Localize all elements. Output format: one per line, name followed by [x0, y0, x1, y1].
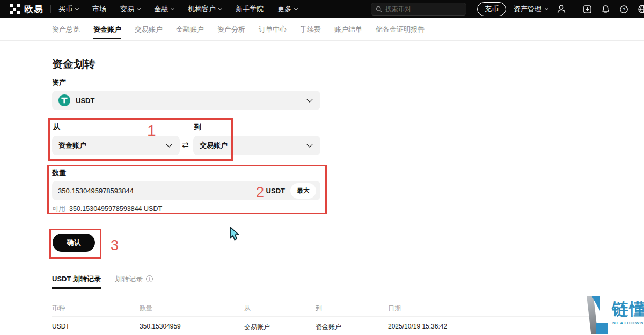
amount-label: 数量: [52, 168, 66, 178]
tab-assets-overview[interactable]: 资产总览: [52, 18, 80, 41]
chevron-down-icon: [218, 6, 222, 10]
tab-account-statement[interactable]: 账户结单: [334, 18, 362, 41]
search-box[interactable]: [371, 3, 466, 16]
menu-institutional[interactable]: 机构客户: [188, 4, 222, 14]
max-button[interactable]: 最大: [290, 183, 316, 199]
icons-divider: [574, 5, 574, 13]
available-balance: 可用350.1530495978593844 USDT: [52, 205, 162, 214]
tab-proof-of-reserves[interactable]: 储备金证明报告: [376, 18, 425, 41]
swap-direction-button[interactable]: ⇄: [182, 140, 189, 150]
tab-asset-analysis[interactable]: 资产分析: [217, 18, 245, 41]
table-divider: [52, 316, 592, 317]
to-account-value: 交易账户: [200, 141, 228, 150]
chevron-down-icon: [545, 6, 548, 10]
chevron-down-icon: [294, 6, 298, 10]
chevron-down-icon: [171, 6, 174, 10]
to-account-select[interactable]: 交易账户: [193, 136, 320, 155]
mouse-cursor-icon: [228, 226, 240, 242]
column-header-coin: 币种: [52, 304, 65, 313]
menu-academy[interactable]: 新手学院: [236, 4, 264, 14]
brand-name[interactable]: 欧易: [24, 3, 43, 16]
svg-text:?: ?: [623, 6, 625, 12]
row-cell-amount: 350.15304959: [140, 323, 181, 330]
usdt-coin-icon: [58, 94, 70, 106]
available-label: 可用: [52, 205, 65, 213]
row-cell-from: 交易账户: [244, 323, 270, 332]
tab-all-transfer-records[interactable]: 划转记录 i: [115, 270, 153, 288]
column-header-to: 到: [316, 304, 322, 313]
amount-input[interactable]: [58, 187, 266, 195]
tab-usdt-transfer-records[interactable]: USDT 划转记录: [52, 270, 101, 288]
asset-select-value: USDT: [76, 97, 94, 105]
column-header-amount: 数量: [140, 304, 152, 313]
watermark: 链懂 NEATDOWN.COM: [580, 296, 644, 335]
menu-trade[interactable]: 交易: [120, 4, 140, 14]
annotation-number-3: 3: [111, 237, 119, 254]
main-menu: 买币 市场 交易 金融 机构客户 新手学院 更多: [58, 4, 297, 14]
okx-transfer-page: 欧易 买币 市场 交易 金融 机构客户 新手学院 更多 充币 资产管理: [0, 0, 644, 335]
profile-icon[interactable]: [556, 4, 567, 14]
tab-finance-account[interactable]: 金融账户: [176, 18, 204, 41]
watermark-site: NEATDOWN.COM: [612, 321, 644, 325]
tab-order-center[interactable]: 订单中心: [259, 18, 287, 41]
chevron-down-icon: [306, 141, 312, 147]
language-globe-icon[interactable]: [637, 4, 644, 14]
row-cell-coin: USDT: [52, 323, 70, 330]
tab-trading-account[interactable]: 交易账户: [135, 18, 163, 41]
assets-menu[interactable]: 资产管理: [514, 4, 548, 14]
watermark-brand: 链懂: [612, 298, 644, 321]
tab-funding-account[interactable]: 资金账户: [93, 18, 121, 41]
help-icon[interactable]: ?: [619, 4, 629, 14]
menu-markets[interactable]: 市场: [92, 4, 106, 14]
records-tabs: USDT 划转记录 划转记录 i: [52, 270, 287, 288]
from-account-select[interactable]: 资金账户: [52, 136, 180, 155]
amount-unit: USDT: [266, 187, 285, 195]
from-label: 从: [53, 122, 60, 132]
info-icon: i: [146, 275, 153, 282]
page-title: 资金划转: [52, 57, 95, 71]
watermark-logo-blue-top: [590, 296, 600, 311]
chevron-down-icon: [306, 96, 312, 102]
menu-buy-crypto[interactable]: 买币: [58, 4, 78, 14]
from-account-value: 资金账户: [58, 141, 86, 150]
to-label: 到: [194, 122, 201, 132]
search-input[interactable]: [385, 5, 455, 13]
asset-select[interactable]: USDT: [52, 91, 320, 110]
notifications-bell-icon[interactable]: [601, 4, 611, 14]
okx-logo-icon[interactable]: [10, 4, 20, 14]
account-subnav: 资产总览 资金账户 交易账户 金融账户 资产分析 订单中心 手续费 账户结单 储…: [0, 18, 644, 41]
amount-field: USDT 最大: [52, 181, 320, 200]
asset-label: 资产: [52, 78, 66, 88]
download-app-icon[interactable]: [582, 4, 592, 14]
top-navigation-bar: 欧易 买币 市场 交易 金融 机构客户 新手学院 更多 充币 资产管理: [0, 0, 644, 18]
chevron-down-icon: [137, 6, 141, 10]
column-header-from: 从: [244, 304, 251, 313]
column-header-date: 日期: [388, 304, 401, 313]
deposit-button[interactable]: 充币: [477, 2, 506, 16]
chevron-down-icon: [75, 6, 79, 10]
search-icon: [376, 6, 382, 12]
menu-finance[interactable]: 金融: [154, 4, 174, 14]
row-cell-date: 2025/10/19 15:36:42: [388, 323, 447, 330]
topbar-divider: [50, 5, 51, 13]
tab-fees[interactable]: 手续费: [300, 18, 321, 41]
chevron-down-icon: [166, 141, 172, 147]
confirm-button[interactable]: 确认: [53, 234, 95, 252]
watermark-logo-gray-shape: [582, 296, 598, 334]
menu-more[interactable]: 更多: [277, 4, 297, 14]
available-value: 350.1530495978593844 USDT: [69, 205, 162, 213]
row-cell-to: 资金账户: [316, 323, 341, 332]
watermark-logo-blue-foot: [596, 323, 608, 334]
